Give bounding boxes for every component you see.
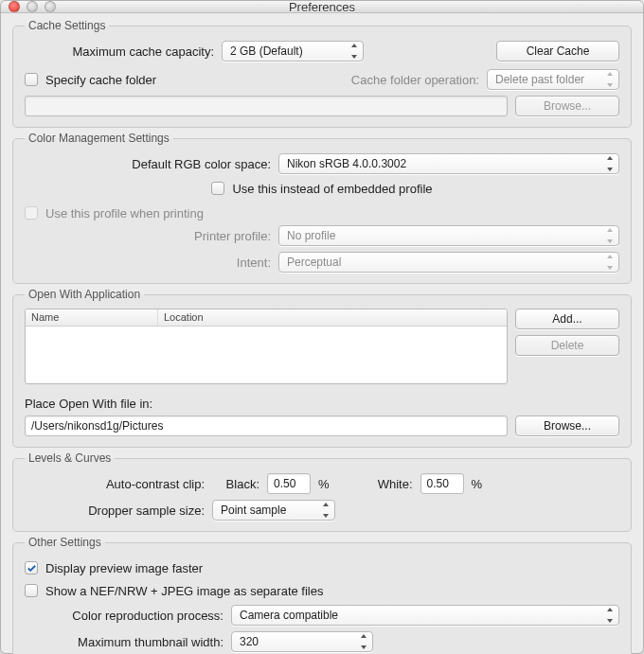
use-printing-label: Use this profile when printing	[45, 206, 204, 221]
col-location: Location	[158, 309, 507, 326]
specify-folder-label: Specify cache folder	[45, 73, 156, 87]
printer-profile-select: No profile	[278, 225, 619, 246]
intent-label: Intent:	[25, 256, 271, 270]
white-pct: %	[472, 477, 483, 491]
display-faster-label: Display preview image faster	[45, 561, 203, 575]
max-cache-label: Maximum cache capacity:	[25, 44, 214, 59]
place-file-input[interactable]	[25, 415, 508, 436]
col-name: Name	[26, 309, 158, 326]
printer-profile-label: Printer profile:	[25, 229, 271, 243]
rgb-space-select[interactable]: Nikon sRGB 4.0.0.3002	[278, 153, 619, 174]
zoom-icon[interactable]	[45, 1, 56, 12]
close-icon[interactable]	[9, 1, 20, 12]
place-browse-button[interactable]: Browse...	[515, 415, 619, 436]
color-legend: Color Management Settings	[25, 132, 173, 145]
intent-value: Perceptual	[278, 252, 619, 273]
traffic-lights	[9, 1, 56, 12]
dropper-value: Point sample	[212, 500, 335, 521]
repro-label: Color reproduction process:	[25, 609, 224, 623]
use-printing-checkbox	[25, 206, 38, 220]
minimize-icon[interactable]	[27, 1, 38, 12]
openwith-legend: Open With Application	[25, 288, 144, 301]
delete-button: Delete	[515, 335, 619, 356]
preferences-window: Preferences Cache Settings Maximum cache…	[0, 0, 644, 654]
use-instead-label: Use this instead of embedded profile	[232, 182, 432, 196]
other-settings-group: Other Settings Display preview image fas…	[12, 536, 632, 654]
printer-profile-value: No profile	[278, 225, 619, 246]
black-label: Black:	[212, 477, 259, 491]
white-label: White:	[337, 477, 413, 491]
table-header: Name Location	[26, 309, 507, 327]
display-faster-checkbox[interactable]	[25, 561, 38, 574]
white-input[interactable]	[420, 473, 464, 494]
intent-select: Perceptual	[278, 252, 619, 273]
other-legend: Other Settings	[25, 536, 105, 549]
cache-settings-group: Cache Settings Maximum cache capacity: 2…	[12, 19, 632, 128]
open-with-group: Open With Application Name Location Add.…	[12, 288, 632, 448]
nef-separate-checkbox[interactable]	[25, 584, 38, 597]
cache-operation-select: Delete past folder	[487, 69, 619, 90]
cache-operation-label: Cache folder operation:	[351, 73, 479, 87]
add-button[interactable]: Add...	[515, 309, 619, 329]
cache-operation-value: Delete past folder	[487, 69, 619, 90]
open-with-table[interactable]: Name Location	[25, 309, 508, 384]
max-cache-select[interactable]: 2 GB (Default)	[222, 41, 364, 62]
color-management-group: Color Management Settings Default RGB co…	[12, 132, 632, 284]
window-title: Preferences	[1, 0, 643, 14]
rgb-space-value: Nikon sRGB 4.0.0.3002	[278, 153, 619, 174]
max-cache-value: 2 GB (Default)	[222, 41, 364, 62]
dropper-label: Dropper sample size:	[25, 504, 205, 518]
thumb-label: Maximum thumbnail width:	[25, 635, 224, 649]
thumb-select[interactable]: 320	[231, 631, 373, 652]
cache-legend: Cache Settings	[25, 19, 109, 32]
thumb-value: 320	[231, 631, 373, 652]
nef-separate-label: Show a NEF/NRW + JPEG image as separate …	[45, 584, 323, 598]
repro-value: Camera compatible	[231, 605, 619, 626]
titlebar: Preferences	[1, 1, 643, 13]
place-file-label: Place Open With file in:	[25, 397, 152, 411]
cache-folder-input	[25, 96, 508, 116]
levels-curves-group: Levels & Curves Auto-contrast clip: Blac…	[12, 451, 632, 532]
autocontrast-label: Auto-contrast clip:	[25, 477, 205, 491]
dropper-select[interactable]: Point sample	[212, 500, 335, 521]
clear-cache-button[interactable]: Clear Cache	[496, 41, 619, 62]
repro-select[interactable]: Camera compatible	[231, 605, 619, 626]
black-pct: %	[318, 477, 330, 491]
specify-folder-checkbox[interactable]	[25, 73, 38, 86]
cache-browse-button: Browse...	[515, 96, 619, 116]
rgb-space-label: Default RGB color space:	[25, 157, 271, 171]
levels-legend: Levels & Curves	[25, 451, 115, 465]
black-input[interactable]	[267, 473, 311, 494]
use-instead-checkbox[interactable]	[211, 182, 224, 195]
